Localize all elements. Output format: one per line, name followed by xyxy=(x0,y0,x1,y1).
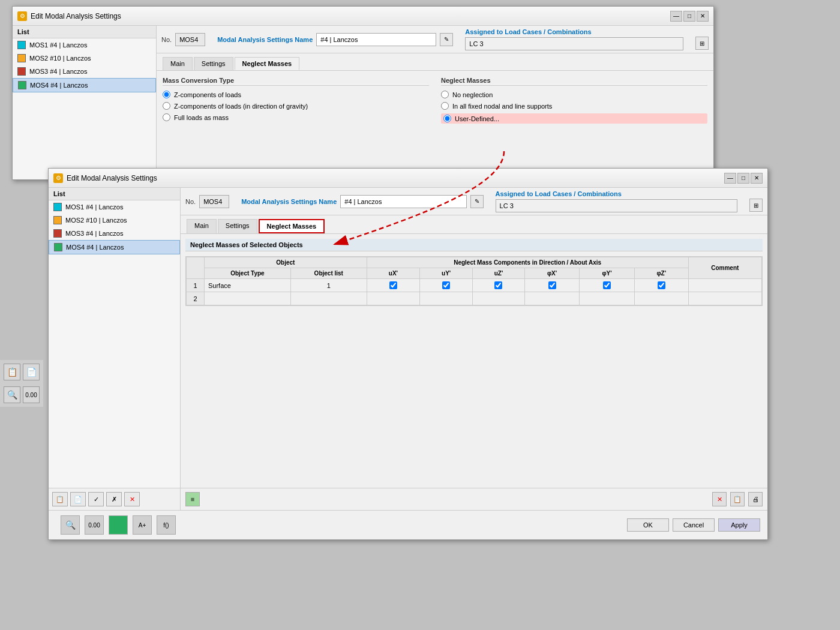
td-row2-px[interactable] xyxy=(524,292,580,305)
left-toolbar: 📋 📄 🔍 0.00 xyxy=(0,360,43,407)
cancel-button[interactable]: Cancel xyxy=(673,518,715,532)
th-uz: uZ' xyxy=(473,268,525,279)
minimize-button-w2[interactable]: — xyxy=(724,173,736,184)
left-tb-btn-1[interactable]: 📋 xyxy=(4,364,20,380)
w1-color-2 xyxy=(17,54,26,62)
w1-name-input[interactable] xyxy=(316,33,436,46)
td-row2-pz[interactable] xyxy=(634,292,688,305)
th-obj-type: Object Type xyxy=(205,268,291,279)
w2-color-4 xyxy=(54,243,62,251)
w2-tab-settings[interactable]: Settings xyxy=(218,219,257,233)
w1-tab-neglect-masses[interactable]: Neglect Masses xyxy=(235,57,300,70)
left-tb-btn-4[interactable]: 0.00 xyxy=(23,386,40,403)
window2-icon: ⚙ xyxy=(53,173,63,183)
w1-radio-zgrav[interactable]: Z-components of loads (in direction of g… xyxy=(163,102,429,110)
w1-tab-settings[interactable]: Settings xyxy=(194,57,233,70)
td-row2-uy[interactable] xyxy=(420,292,473,305)
td-row2-obj-type[interactable] xyxy=(205,292,291,305)
td-row2-py[interactable] xyxy=(580,292,635,305)
th-py: φY' xyxy=(580,268,635,279)
w2-sidebar-btn-copy[interactable]: 📋 xyxy=(52,492,68,506)
table-row: 1 Surface 1 xyxy=(187,279,762,292)
td-row1-obj-list[interactable]: 1 xyxy=(290,279,367,292)
w1-list-item-1[interactable]: MOS1 #4 | Lanczos xyxy=(13,38,156,52)
w1-edit-icon[interactable]: ✎ xyxy=(440,33,453,46)
w2-sidebar-btn-check[interactable]: ✓ xyxy=(88,492,104,506)
window2-title: Edit Modal Analysis Settings xyxy=(67,174,157,182)
w1-no-label: No. xyxy=(161,36,172,43)
w2-no-label: No. xyxy=(185,198,196,205)
td-row1-uy[interactable] xyxy=(420,279,473,292)
w2-bottom-function-btn[interactable]: f() xyxy=(157,515,176,535)
w2-tab-neglect-masses[interactable]: Neglect Masses xyxy=(259,219,325,233)
w2-tab-main[interactable]: Main xyxy=(187,219,217,233)
ok-button[interactable]: OK xyxy=(627,518,669,532)
minimize-button-w1[interactable]: — xyxy=(670,11,682,22)
w2-name-input[interactable] xyxy=(340,195,466,208)
w2-list-item-4[interactable]: MOS4 #4 | Lanczos xyxy=(49,240,180,254)
close-button-w2[interactable]: ✕ xyxy=(751,173,763,184)
th-pz: φZ' xyxy=(634,268,688,279)
neglect-masses-table: Object Neglect Mass Components in Direct… xyxy=(186,257,762,305)
window2-titlebar: ⚙ Edit Modal Analysis Settings — □ ✕ xyxy=(49,169,767,188)
w2-footer-copy-btn[interactable]: 📋 xyxy=(730,492,745,506)
w1-name-label: Modal Analysis Settings Name xyxy=(217,36,313,43)
td-row1-num: 1 xyxy=(187,279,205,292)
th-row-num xyxy=(187,257,205,279)
w1-radio-full[interactable]: Full loads as mass xyxy=(163,113,429,121)
td-row1-py[interactable] xyxy=(580,279,635,292)
w1-list-item-4[interactable]: MOS4 #4 | Lanczos xyxy=(13,78,156,92)
td-row1-obj-type[interactable]: Surface xyxy=(205,279,291,292)
left-tb-btn-2[interactable]: 📄 xyxy=(23,364,40,380)
w2-bottom-num-btn[interactable]: 0.00 xyxy=(85,515,104,535)
apply-button[interactable]: Apply xyxy=(718,518,760,532)
w2-sidebar-btn-x[interactable]: ✗ xyxy=(106,492,122,506)
w2-table-icon[interactable]: ⊞ xyxy=(749,199,763,212)
td-row2-uz[interactable] xyxy=(473,292,525,305)
w2-footer-print-btn[interactable]: 🖨 xyxy=(748,492,763,506)
td-row2-ux[interactable] xyxy=(367,292,419,305)
w2-label-1: MOS1 #4 | Lanczos xyxy=(65,203,123,211)
th-ux: uX' xyxy=(367,268,419,279)
w1-label-4: MOS4 #4 | Lanczos xyxy=(30,82,88,89)
w2-list-item-2[interactable]: MOS2 #10 | Lanczos xyxy=(49,214,180,227)
w1-radio-fixed[interactable]: In all fixed nodal and line supports xyxy=(441,102,707,110)
w2-bottom-color-btn[interactable] xyxy=(109,515,128,535)
td-row2-obj-list[interactable] xyxy=(290,292,367,305)
w2-bottom-settings-btn[interactable]: A+ xyxy=(133,515,152,535)
maximize-button-w1[interactable]: □ xyxy=(683,11,695,22)
w2-list-item-3[interactable]: MOS3 #4 | Lanczos xyxy=(49,227,180,240)
w1-radio-user-defined-label: User-Defined... xyxy=(455,115,499,122)
w2-sidebar-btn-delete[interactable]: ✕ xyxy=(124,492,140,506)
w1-list-item-3[interactable]: MOS3 #4 | Lanczos xyxy=(13,65,156,78)
td-row2-comment[interactable] xyxy=(688,292,761,305)
w2-color-3 xyxy=(53,229,62,238)
td-row1-ux[interactable] xyxy=(367,279,419,292)
w1-radio-no-neglect[interactable]: No neglection xyxy=(441,91,707,98)
w1-list-item-2[interactable]: MOS2 #10 | Lanczos xyxy=(13,52,156,65)
w2-footer-delete-btn[interactable]: ✕ xyxy=(712,492,727,506)
left-tb-btn-3[interactable]: 🔍 xyxy=(4,386,20,403)
w2-neglect-section-title: Neglect Masses of Selected Objects xyxy=(185,239,763,251)
w1-assigned-label: Assigned to Load Cases / Combinations xyxy=(465,28,683,35)
td-row1-uz[interactable] xyxy=(473,279,525,292)
w1-tab-main[interactable]: Main xyxy=(163,57,193,70)
window1-icon: ⚙ xyxy=(17,11,27,21)
td-row2-num: 2 xyxy=(187,292,205,305)
w2-label-4: MOS4 #4 | Lanczos xyxy=(66,244,124,251)
td-row1-pz[interactable] xyxy=(634,279,688,292)
w2-edit-icon[interactable]: ✎ xyxy=(470,195,484,208)
w2-sidebar-btn-paste[interactable]: 📄 xyxy=(70,492,86,506)
th-uy: uY' xyxy=(420,268,473,279)
w1-no-value: MOS4 xyxy=(175,33,205,46)
w1-table-icon[interactable]: ⊞ xyxy=(695,37,709,50)
maximize-button-w2[interactable]: □ xyxy=(737,173,749,184)
w1-radio-user-defined[interactable]: User-Defined... xyxy=(441,113,707,124)
w2-footer-add-btn[interactable]: ≡ xyxy=(185,492,200,506)
td-row1-comment[interactable] xyxy=(688,279,761,292)
w2-list-item-1[interactable]: MOS1 #4 | Lanczos xyxy=(49,200,180,214)
close-button-w1[interactable]: ✕ xyxy=(697,11,709,22)
w2-bottom-search-btn[interactable]: 🔍 xyxy=(61,515,80,535)
td-row1-px[interactable] xyxy=(524,279,580,292)
w1-radio-zcomp[interactable]: Z-components of loads xyxy=(163,91,429,98)
